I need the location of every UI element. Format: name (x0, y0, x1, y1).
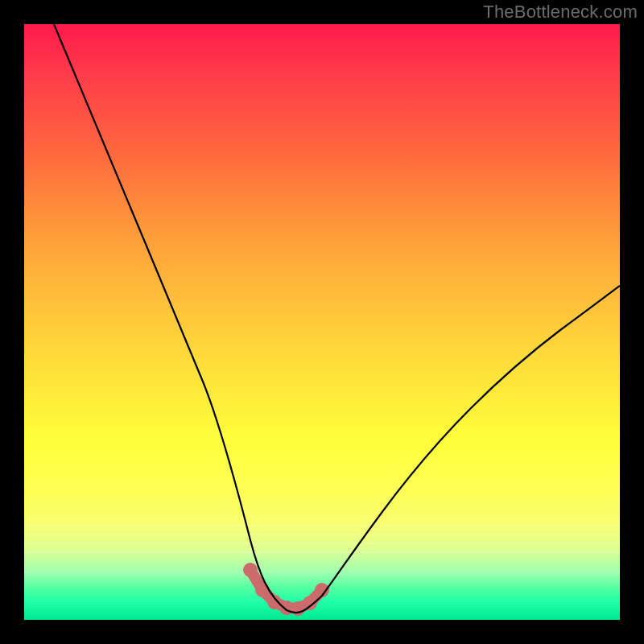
optimal-range-dot (255, 583, 270, 597)
bottleneck-curve (54, 24, 620, 613)
optimal-range-dot (243, 563, 258, 577)
watermark-text: TheBottleneck.com (483, 2, 638, 23)
plot-area (24, 24, 620, 620)
chart-frame: TheBottleneck.com (0, 0, 644, 644)
curve-layer (24, 24, 620, 620)
